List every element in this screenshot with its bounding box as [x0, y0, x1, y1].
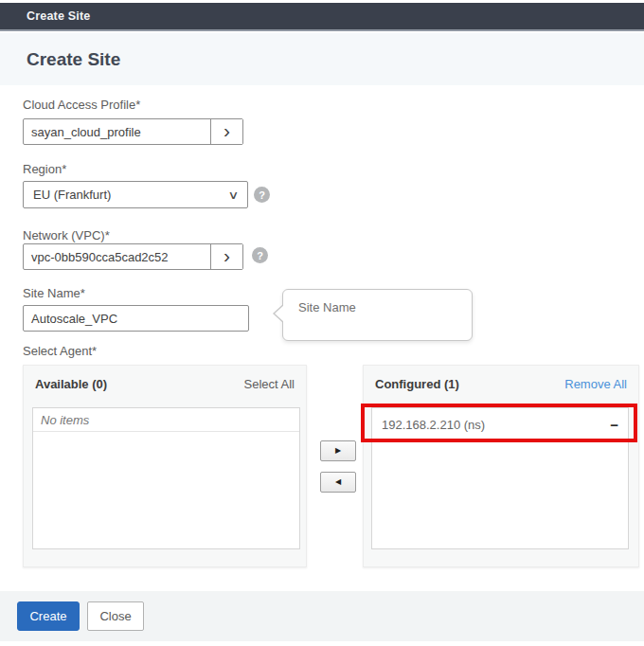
site-name-input[interactable]: Autoscale_VPC: [23, 305, 249, 332]
triangle-left-icon: ◀: [335, 478, 341, 486]
configured-agent-label: 192.168.2.210 (ns): [382, 418, 485, 432]
cloud-access-profile-picker[interactable]: sayan_cloud_profile ›: [23, 118, 243, 145]
dialog-title: Create Site: [27, 9, 91, 23]
move-right-button[interactable]: ▶: [320, 440, 356, 461]
tooltip-text: Site Name: [298, 300, 356, 314]
move-left-button[interactable]: ◀: [320, 472, 356, 493]
dialog-footer: Create Close: [0, 591, 644, 641]
region-select[interactable]: EU (Frankfurt) ∨: [23, 181, 248, 208]
configured-list[interactable]: 192.168.2.210 (ns) −: [371, 407, 629, 549]
available-panel-title: Available (0): [35, 377, 107, 391]
cloud-access-profile-label: Cloud Access Profile*: [23, 98, 140, 112]
remove-item-icon[interactable]: −: [610, 417, 618, 433]
page-title: Create Site: [27, 49, 120, 70]
dialog-titlebar: Create Site: [0, 3, 644, 31]
cloud-access-profile-open-button[interactable]: ›: [210, 119, 242, 144]
region-label: Region*: [23, 162, 66, 176]
site-name-label: Site Name*: [23, 286, 85, 300]
region-selected-value: EU (Frankfurt): [33, 188, 111, 202]
chevron-right-icon: ›: [224, 120, 230, 140]
remove-all-link[interactable]: Remove All: [564, 377, 627, 391]
chevron-down-icon: ∨: [228, 188, 240, 202]
available-panel: Available (0) Select All No items: [23, 365, 307, 567]
configured-panel-title: Configured (1): [375, 377, 459, 391]
cloud-access-profile-value[interactable]: sayan_cloud_profile: [24, 119, 210, 144]
network-vpc-value[interactable]: vpc-0bb590cca5cad2c52: [24, 244, 210, 269]
create-button[interactable]: Create: [17, 601, 80, 631]
network-vpc-picker[interactable]: vpc-0bb590cca5cad2c52 ›: [23, 243, 243, 270]
triangle-right-icon: ▶: [335, 447, 341, 455]
select-all-link[interactable]: Select All: [244, 377, 295, 391]
site-name-value: Autoscale_VPC: [31, 312, 117, 326]
select-agent-label: Select Agent*: [23, 344, 97, 358]
available-empty-row: No items: [33, 408, 299, 432]
network-vpc-help-icon[interactable]: ?: [252, 247, 268, 263]
configured-panel: Configured (1) Remove All 192.168.2.210 …: [363, 365, 639, 567]
region-help-icon[interactable]: ?: [254, 187, 270, 203]
network-vpc-open-button[interactable]: ›: [210, 244, 242, 269]
chevron-right-icon: ›: [224, 245, 230, 265]
configured-agent-row[interactable]: 192.168.2.210 (ns) −: [372, 408, 628, 442]
available-list[interactable]: No items: [32, 407, 300, 549]
heading-band: Create Site: [0, 33, 644, 85]
no-items-text: No items: [41, 413, 89, 427]
site-name-tooltip: Site Name: [282, 289, 473, 341]
close-button[interactable]: Close: [87, 601, 144, 631]
available-panel-header: Available (0) Select All: [35, 377, 295, 391]
network-vpc-label: Network (VPC)*: [23, 228, 110, 242]
create-site-dialog: Create Site Create Site Cloud Access Pro…: [0, 0, 644, 646]
configured-panel-header: Configured (1) Remove All: [375, 377, 627, 391]
